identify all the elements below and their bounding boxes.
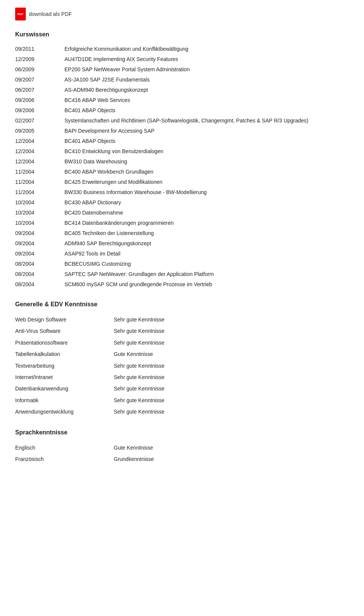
table-row: 06/2009 EP200 SAP NetWeaver Portal Syste…	[15, 64, 349, 75]
pdf-download-link[interactable]: download als PDF	[29, 11, 72, 17]
course-title: BC401 ABAP Objects	[64, 105, 349, 116]
course-title: AS-JA100 SAP J2SE Fundamentals	[64, 75, 349, 85]
table-row: 12/2009 AU47D1DE Implementing AIX Securi…	[15, 54, 349, 64]
course-date: 12/2009	[15, 54, 64, 64]
table-row: 10/2004 BC414 Datenbankänderungen progra…	[15, 218, 349, 228]
course-date: 11/2004	[15, 167, 64, 177]
list-item: Präsentationssoftware Sehr gute Kenntnis…	[15, 337, 349, 348]
sprachkenntnisse-heading: Sprachkenntnisse	[15, 429, 349, 436]
pdf-download-bar[interactable]: PDF download als PDF	[15, 8, 349, 20]
table-row: 10/2004 BC430 ABAP Dictionary	[15, 197, 349, 208]
table-row: 11/2004 BC400 ABAP Workbench Grundlagen	[15, 167, 349, 177]
table-row: 12/2004 BC401 ABAP Objects	[15, 136, 349, 146]
table-row: 10/2004 BC420 Datenübernahme	[15, 208, 349, 218]
skill-area: Tabellenkalkulation	[15, 348, 114, 360]
course-title: BC416 ABAP Web Services	[64, 95, 349, 105]
course-title: BC400 ABAP Workbench Grundlagen	[64, 167, 349, 177]
course-table: 09/2011 Erfolgreiche Kommunikation und K…	[15, 44, 349, 290]
course-title: Erfolgreiche Kommunikation und Konfliktb…	[64, 44, 349, 54]
skill-level: Sehr gute Kenntnisse	[114, 360, 349, 371]
table-row: 09/2004 ASAP92 Tools im Detail	[15, 249, 349, 259]
course-date: 06/2007	[15, 85, 64, 95]
skill-area: Web Design Software	[15, 314, 114, 325]
course-date: 12/2004	[15, 157, 64, 167]
course-title: AS-ADM940 Berechtigungskonzept	[64, 85, 349, 95]
course-date: 11/2004	[15, 177, 64, 187]
course-date: 09/2011	[15, 44, 64, 54]
course-title: BC401 ABAP Objects	[64, 136, 349, 146]
course-date: 09/2006	[15, 95, 64, 105]
course-date: 10/2004	[15, 218, 64, 228]
course-date: 12/2004	[15, 136, 64, 146]
table-row: 08/2004 BCBECUSIMG Customizing	[15, 259, 349, 269]
table-row: 09/2011 Erfolgreiche Kommunikation und K…	[15, 44, 349, 54]
course-date: 12/2004	[15, 146, 64, 157]
table-row: 12/2004 BW310 Data Warehousing	[15, 157, 349, 167]
list-item: Datenbankanwendung Sehr gute Kenntnisse	[15, 383, 349, 394]
skill-level: Sehr gute Kenntnisse	[114, 406, 349, 417]
skill-area: Präsentationssoftware	[15, 337, 114, 348]
list-item: Anti-Virus Software Sehr gute Kenntnisse	[15, 325, 349, 337]
table-row: 09/2006 BC416 ABAP Web Services	[15, 95, 349, 105]
list-item: Englisch Gute Kenntnisse	[15, 442, 349, 453]
course-date: 08/2004	[15, 259, 64, 269]
course-date: 06/2009	[15, 64, 64, 75]
table-row: 09/2004 BC405 Techniken der Listenerstel…	[15, 228, 349, 238]
table-row: 09/2007 AS-JA100 SAP J2SE Fundamentals	[15, 75, 349, 85]
pdf-icon: PDF	[15, 8, 26, 20]
course-title: ADM940 SAP Berechtigungskonzept	[64, 238, 349, 249]
skill-level: Sehr gute Kenntnisse	[114, 383, 349, 394]
skill-level: Sehr gute Kenntnisse	[114, 337, 349, 348]
skill-area: Internet/Intranet	[15, 371, 114, 383]
language-name: Französisch	[15, 453, 114, 465]
course-title: BC425 Erweiterungen und Modifikationen	[64, 177, 349, 187]
list-item: Anwendungsentwicklung Sehr gute Kenntnis…	[15, 406, 349, 417]
course-title: BC420 Datenübernahme	[64, 208, 349, 218]
course-title: EP200 SAP NetWeaver Portal System Admini…	[64, 64, 349, 75]
course-date: 09/2004	[15, 238, 64, 249]
table-row: 12/2004 BC410 Entwicklung von Benutzerdi…	[15, 146, 349, 157]
kurswissen-heading: Kurswissen	[15, 31, 349, 38]
skill-area: Informatik	[15, 395, 114, 406]
course-title: BAPI Development for Accessing SAP	[64, 126, 349, 136]
course-title: BCBECUSIMG Customizing	[64, 259, 349, 269]
skills-table: Web Design Software Sehr gute Kenntnisse…	[15, 314, 349, 418]
course-date: 08/2004	[15, 279, 64, 290]
skill-area: Anti-Virus Software	[15, 325, 114, 337]
list-item: Textverarbeitung Sehr gute Kenntnisse	[15, 360, 349, 371]
languages-table: Englisch Gute Kenntnisse Französisch Gru…	[15, 442, 349, 465]
sprachkenntnisse-section: Sprachkenntnisse Englisch Gute Kenntniss…	[15, 429, 349, 465]
course-title: BW310 Data Warehousing	[64, 157, 349, 167]
table-row: 06/2007 AS-ADM940 Berechtigungskonzept	[15, 85, 349, 95]
course-date: 09/2005	[15, 126, 64, 136]
course-title: BC410 Entwicklung von Benutzerdialogen	[64, 146, 349, 157]
table-row: 09/2006 BC401 ABAP Objects	[15, 105, 349, 116]
table-row: 08/2004 SAPTEC SAP NetWeaver: Grundlagen…	[15, 269, 349, 279]
kurswissen-section: Kurswissen 09/2011 Erfolgreiche Kommunik…	[15, 31, 349, 290]
course-date: 02/2007	[15, 116, 64, 126]
course-title: SAPTEC SAP NetWeaver: Grundlagen der App…	[64, 269, 349, 279]
course-title: ASAP92 Tools im Detail	[64, 249, 349, 259]
list-item: Französisch Grundkenntnisse	[15, 453, 349, 465]
list-item: Informatik Sehr gute Kenntnisse	[15, 395, 349, 406]
course-date: 09/2006	[15, 105, 64, 116]
course-title: BC430 ABAP Dictionary	[64, 197, 349, 208]
course-title: SCM600 mySAP SCM und grundlegende Prozes…	[64, 279, 349, 290]
course-date: 09/2004	[15, 249, 64, 259]
table-row: 02/2007 Systemlanschaften und Richtlinie…	[15, 116, 349, 126]
table-row: 11/2004 BC425 Erweiterungen und Modifika…	[15, 177, 349, 187]
course-title: BW330 Business Information Warehouse - B…	[64, 187, 349, 197]
table-row: 08/2004 SCM600 mySAP SCM und grundlegend…	[15, 279, 349, 290]
list-item: Tabellenkalkulation Gute Kenntnisse	[15, 348, 349, 360]
course-title: BC414 Datenbankänderungen programmieren	[64, 218, 349, 228]
list-item: Web Design Software Sehr gute Kenntnisse	[15, 314, 349, 325]
skill-area: Textverarbeitung	[15, 360, 114, 371]
course-date: 10/2004	[15, 197, 64, 208]
table-row: 09/2005 BAPI Development for Accessing S…	[15, 126, 349, 136]
generelle-section: Generelle & EDV Kenntnisse Web Design So…	[15, 301, 349, 418]
generelle-heading: Generelle & EDV Kenntnisse	[15, 301, 349, 308]
skill-area: Datenbankanwendung	[15, 383, 114, 394]
skill-level: Sehr gute Kenntnisse	[114, 371, 349, 383]
skill-level: Sehr gute Kenntnisse	[114, 314, 349, 325]
language-name: Englisch	[15, 442, 114, 453]
